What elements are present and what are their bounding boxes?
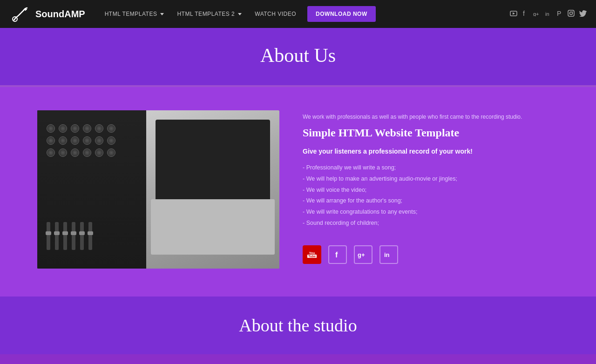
knob bbox=[83, 136, 91, 145]
svg-text:g+: g+ bbox=[358, 251, 365, 258]
chevron-down-icon bbox=[160, 13, 164, 15]
list-item: - We will write congratulations to any e… bbox=[303, 207, 559, 218]
svg-text:g+: g+ bbox=[533, 11, 539, 16]
instagram-icon[interactable] bbox=[568, 10, 575, 18]
svg-text:f: f bbox=[523, 10, 525, 17]
pinterest-icon[interactable]: P bbox=[556, 10, 563, 19]
knob bbox=[107, 148, 115, 157]
nav-html-templates[interactable]: HTML TEMPLATES bbox=[99, 7, 170, 21]
list-item: - We will help to make an advertising au… bbox=[303, 174, 559, 185]
fader bbox=[80, 222, 84, 250]
fader bbox=[88, 222, 92, 250]
knob bbox=[47, 148, 55, 157]
fader bbox=[55, 222, 59, 250]
laptop-overlay bbox=[146, 110, 279, 269]
svg-rect-11 bbox=[568, 10, 574, 16]
google-plus-social-icon[interactable]: g+ bbox=[354, 245, 372, 264]
twitter-icon[interactable] bbox=[579, 10, 587, 18]
download-now-button[interactable]: DOWNLOAD NOW bbox=[307, 6, 376, 22]
mixer-faders bbox=[42, 217, 97, 255]
content-subtitle: Give your listeners a professional recor… bbox=[303, 148, 559, 155]
fader bbox=[47, 222, 50, 250]
content-tagline: We work with professionals as well as wi… bbox=[303, 113, 559, 121]
google-plus-icon[interactable]: g+ bbox=[533, 10, 541, 18]
facebook-social-icon[interactable]: f bbox=[328, 245, 347, 264]
nav-watch-video[interactable]: WATCH VIDEO bbox=[249, 7, 302, 21]
svg-marker-6 bbox=[513, 12, 515, 14]
knob bbox=[83, 124, 91, 133]
svg-point-13 bbox=[572, 11, 573, 12]
laptop-keyboard bbox=[151, 199, 275, 255]
knob bbox=[59, 124, 67, 133]
knob bbox=[71, 124, 79, 133]
knob bbox=[47, 124, 55, 133]
fader bbox=[63, 222, 67, 250]
knob bbox=[47, 136, 55, 145]
nav-social-icons: f g+ in P bbox=[510, 10, 587, 19]
svg-text:in: in bbox=[545, 11, 549, 17]
svg-point-12 bbox=[570, 12, 573, 15]
laptop-screen bbox=[156, 120, 270, 207]
content-social-icons: You Tube f g+ in bbox=[303, 245, 559, 264]
logo-text: SoundAMP bbox=[35, 9, 85, 20]
navbar: SoundAMP HTML TEMPLATES HTML TEMPLATES 2… bbox=[0, 0, 596, 28]
list-item: - We will voice the video; bbox=[303, 185, 559, 196]
nav-html-templates-2[interactable]: HTML TEMPLATES 2 bbox=[171, 7, 247, 21]
list-item: - Sound recording of children; bbox=[303, 218, 559, 229]
mixer-knobs bbox=[42, 120, 120, 162]
page-title: About Us bbox=[9, 44, 587, 67]
main-content: We work with professionals as well as wi… bbox=[0, 87, 596, 297]
footer-section: About the studio bbox=[0, 297, 596, 354]
knob bbox=[95, 148, 103, 157]
facebook-icon[interactable]: f bbox=[522, 10, 528, 19]
svg-text:f: f bbox=[335, 251, 338, 259]
knob bbox=[107, 124, 115, 133]
youtube-icon[interactable] bbox=[510, 10, 517, 19]
linkedin-social-icon[interactable]: in bbox=[379, 245, 398, 264]
hero-section: About Us bbox=[0, 28, 596, 85]
fader bbox=[72, 222, 75, 250]
knob bbox=[83, 148, 91, 157]
knob bbox=[71, 148, 79, 157]
svg-text:in: in bbox=[384, 251, 390, 258]
knob bbox=[59, 148, 67, 157]
nav-links: HTML TEMPLATES HTML TEMPLATES 2 WATCH VI… bbox=[99, 6, 503, 22]
content-list: - Professionally we will write a song; -… bbox=[303, 162, 559, 229]
linkedin-icon[interactable]: in bbox=[545, 10, 552, 18]
knob bbox=[95, 136, 103, 145]
knob bbox=[59, 136, 67, 145]
list-item: - We will arrange for the author's song; bbox=[303, 195, 559, 207]
youtube-social-icon[interactable]: You Tube bbox=[303, 245, 321, 264]
logo[interactable]: SoundAMP bbox=[9, 3, 85, 25]
studio-image bbox=[37, 110, 279, 269]
chevron-down-icon bbox=[238, 13, 242, 15]
knob bbox=[95, 124, 103, 133]
content-text: We work with professionals as well as wi… bbox=[303, 110, 559, 264]
svg-text:P: P bbox=[557, 10, 561, 17]
list-item: - Professionally we will write a song; bbox=[303, 162, 559, 174]
guitar-icon bbox=[9, 3, 31, 25]
footer-title: About the studio bbox=[9, 315, 587, 336]
knob bbox=[107, 136, 115, 145]
content-title: Simple HTML Website Template bbox=[303, 127, 559, 139]
knob bbox=[71, 136, 79, 145]
image-inner bbox=[37, 110, 279, 269]
